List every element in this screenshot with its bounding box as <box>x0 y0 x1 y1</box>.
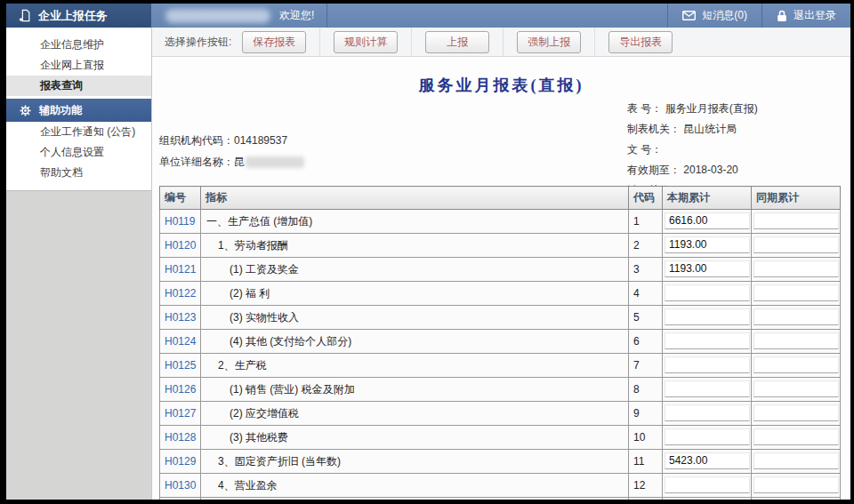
same-period-input[interactable] <box>753 452 839 469</box>
current-period-input[interactable] <box>665 308 750 325</box>
row-id-link[interactable]: H0119 <box>160 210 201 234</box>
toolbar: 选择操作按钮: 保存报表 规则计算 上报 强制上报 导出报表 <box>152 28 850 57</box>
current-period-input[interactable]: 6616.00 <box>665 212 750 229</box>
header-indicator: 指标 <box>201 187 629 210</box>
form-number-value: 服务业月报表(直报) <box>665 102 758 115</box>
sidebar-section-report-tasks[interactable]: 企业上报任务 <box>6 4 151 28</box>
toolbar-label: 选择操作按钮: <box>165 35 231 50</box>
table-row: H0124 (4) 其他 (支付给个人部分) 6 <box>160 330 841 354</box>
valid-until-line: 有效期至： 2018-03-20 <box>627 163 758 178</box>
report-table: 编号 指标 代码 本期累计 同期累计 H0119 一、生产总值 (增加值) 1 … <box>159 186 841 500</box>
table-row: H0128 (3) 其他税费 10 <box>160 426 841 450</box>
row-id-link[interactable]: H0129 <box>160 450 201 474</box>
same-period-input[interactable] <box>753 356 839 373</box>
indicator-cell: (3) 实物性收入 <box>201 306 629 330</box>
table-row: H0123 (3) 实物性收入 5 <box>160 306 841 330</box>
header-current-period: 本期累计 <box>663 187 752 210</box>
issuing-agency-line: 制表机关： 昆山统计局 <box>627 122 758 137</box>
row-id-link[interactable]: H0126 <box>160 378 201 402</box>
indicator-cell: (1) 营业利润 <box>201 498 629 500</box>
code-cell: 3 <box>629 258 663 282</box>
code-cell: 10 <box>629 426 663 450</box>
same-period-input[interactable] <box>753 476 839 493</box>
code-cell: 9 <box>629 402 663 426</box>
issuing-agency-value: 昆山统计局 <box>683 123 737 135</box>
same-period-input[interactable] <box>753 236 839 253</box>
messages-button[interactable]: 短消息(0) <box>668 4 761 28</box>
sidebar: 企业信息维护 企业网上直报 报表查询 辅助功能 企业工作通知 (公告) 个人信息… <box>6 28 152 500</box>
header-code: 代码 <box>629 187 663 210</box>
table-row: H0127 (2) 应交增值税 9 <box>160 402 841 426</box>
sidebar-item-online-direct-report[interactable]: 企业网上直报 <box>6 55 151 76</box>
row-id-link[interactable]: H0121 <box>160 258 201 282</box>
row-id-link[interactable]: H0131 <box>160 498 201 500</box>
sidebar-item-report-query[interactable]: 报表查询 <box>6 76 151 96</box>
main-panel: 选择操作按钮: 保存报表 规则计算 上报 强制上报 导出报表 服务业月报表(直报… <box>152 28 850 500</box>
code-cell: 5 <box>629 306 663 330</box>
sidebar-item-personal-settings[interactable]: 个人信息设置 <box>6 142 151 163</box>
row-id-link[interactable]: H0120 <box>160 234 201 258</box>
current-period-input[interactable] <box>665 476 750 493</box>
code-cell: 6 <box>629 330 663 354</box>
unit-name-label: 单位详细名称： <box>159 156 234 168</box>
same-period-input[interactable] <box>753 260 839 277</box>
row-id-link[interactable]: H0123 <box>160 306 201 330</box>
form-number-line: 表 号： 服务业月报表(直报) <box>627 101 758 116</box>
current-period-input[interactable] <box>665 404 750 421</box>
header-id: 编号 <box>160 187 201 210</box>
same-period-input[interactable] <box>753 284 839 301</box>
gear-icon <box>20 105 31 116</box>
envelope-icon <box>682 11 696 20</box>
same-period-input[interactable] <box>753 212 839 229</box>
topbar-divider <box>326 4 327 28</box>
report-content: 服务业月报表(直报) 组织机构代码：014189537 单位详细名称：昆 表 号… <box>152 57 850 500</box>
same-period-input[interactable] <box>753 404 839 421</box>
same-period-input[interactable] <box>753 308 839 325</box>
sidebar-footer <box>6 190 151 500</box>
logout-button[interactable]: 退出登录 <box>762 4 850 28</box>
app-title: 企业上报任务 <box>38 8 108 24</box>
welcome-text: 欢迎您! <box>279 8 314 23</box>
sidebar-item-help-docs[interactable]: 帮助文档 <box>6 163 151 183</box>
code-cell: 1 <box>629 210 663 234</box>
current-period-input[interactable]: 5423.00 <box>665 452 750 469</box>
code-cell: 8 <box>629 378 663 402</box>
org-code-line: 组织机构代码：014189537 <box>159 133 304 148</box>
user-name-redacted <box>165 9 270 23</box>
row-id-link[interactable]: H0125 <box>160 354 201 378</box>
same-period-input[interactable] <box>753 380 839 397</box>
current-period-input[interactable] <box>665 380 750 397</box>
save-report-button[interactable]: 保存报表 <box>242 31 306 53</box>
current-period-input[interactable] <box>665 332 750 349</box>
row-id-link[interactable]: H0130 <box>160 474 201 498</box>
row-id-link[interactable]: H0128 <box>160 426 201 450</box>
toolbar-divider <box>411 28 412 56</box>
current-period-input[interactable]: 1193.00 <box>665 260 750 277</box>
current-period-input[interactable]: 1193.00 <box>665 236 750 253</box>
current-period-input[interactable] <box>665 356 750 373</box>
indicator-cell: (1) 销售 (营业) 税金及附加 <box>201 378 629 402</box>
sidebar-item-enterprise-info-maintenance[interactable]: 企业信息维护 <box>6 35 151 55</box>
row-id-link[interactable]: H0124 <box>160 330 201 354</box>
current-period-input[interactable] <box>665 284 750 301</box>
force-submit-button[interactable]: 强制上报 <box>517 31 581 53</box>
document-plus-icon <box>19 9 31 22</box>
export-report-button[interactable]: 导出报表 <box>608 31 673 53</box>
row-id-link[interactable]: H0122 <box>160 282 201 306</box>
valid-until-value: 2018-03-20 <box>683 164 737 176</box>
sidebar-section-aux-functions[interactable]: 辅助功能 <box>6 98 151 122</box>
table-row: H0120 1、劳动者报酬 2 1193.00 <box>160 234 841 258</box>
messages-label: 短消息(0) <box>702 8 747 23</box>
same-period-input[interactable] <box>753 428 839 445</box>
row-id-link[interactable]: H0127 <box>160 402 201 426</box>
submit-button[interactable]: 上报 <box>425 31 489 53</box>
same-period-input[interactable] <box>753 332 839 349</box>
indicator-cell: (2) 福 利 <box>201 282 629 306</box>
table-row: H0129 3、固定资产折旧 (当年数) 11 5423.00 <box>160 450 841 474</box>
indicator-cell: 4、营业盈余 <box>201 474 629 498</box>
sidebar-item-work-notices[interactable]: 企业工作通知 (公告) <box>6 122 151 142</box>
form-number-label: 表 号： <box>627 102 662 115</box>
rule-calculate-button[interactable]: 规则计算 <box>334 31 398 53</box>
current-period-input[interactable] <box>665 428 750 445</box>
code-cell: 7 <box>629 354 663 378</box>
